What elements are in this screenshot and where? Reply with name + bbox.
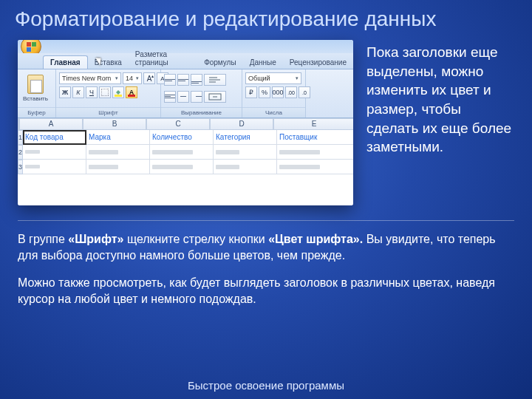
currency-icon: ₽ xyxy=(249,89,253,96)
tab-formulas[interactable]: Формулы xyxy=(197,56,243,69)
currency-button[interactable]: ₽ xyxy=(245,86,257,98)
paste-label: Вставить xyxy=(23,95,48,102)
cell-D3[interactable] xyxy=(214,160,277,174)
body-p1-b: «Шрифт» xyxy=(68,233,123,245)
comma-icon: 000 xyxy=(272,89,283,96)
font-name-combo[interactable]: Times New Rom▾ xyxy=(59,72,121,84)
body-p2: Можно также просмотреть, как будет выгля… xyxy=(18,275,514,308)
cell-A1[interactable]: Код товара xyxy=(23,130,86,145)
col-header-E[interactable]: E xyxy=(273,118,353,130)
grow-font-button[interactable]: A▴ xyxy=(143,72,155,84)
paste-button[interactable]: Вставить xyxy=(21,75,50,102)
col-header-D[interactable]: D xyxy=(210,118,273,130)
cell-B1[interactable]: Марка xyxy=(86,130,150,145)
worksheet[interactable]: A B C D E 1 Код товара Марка Количество … xyxy=(18,118,353,205)
cell-C2[interactable] xyxy=(150,145,214,160)
border-button[interactable] xyxy=(99,86,111,98)
tab-page-layout[interactable]: Разметка страницы xyxy=(129,48,197,69)
comma-button[interactable]: 000 xyxy=(272,86,284,98)
tab-home[interactable]: Главная xyxy=(43,55,88,69)
cell-D2[interactable] xyxy=(214,145,277,160)
row-header-2[interactable]: 2 xyxy=(18,145,23,160)
border-icon xyxy=(101,89,109,96)
percent-button[interactable]: % xyxy=(259,86,270,98)
side-caption: Пока заголовки еще выделены, можно измен… xyxy=(366,40,514,205)
font-size-combo[interactable]: 14▾ xyxy=(123,72,142,84)
increase-decimal-button[interactable]: .00 xyxy=(285,86,297,98)
body-p1-d: «Цвет шрифта». xyxy=(268,233,363,245)
cell-A3[interactable] xyxy=(23,160,86,174)
merge-icon xyxy=(208,93,222,100)
body-text: В группе «Шрифт» щелкните стрелку кнопки… xyxy=(18,220,514,308)
cell-A2[interactable] xyxy=(23,145,86,160)
group-number-label: Числа xyxy=(242,107,305,117)
fill-color-button[interactable] xyxy=(112,86,124,98)
decrease-decimal-button[interactable]: .0 xyxy=(299,86,310,98)
tab-data[interactable]: Данные xyxy=(243,56,283,69)
slide-title: Форматирование и редактирование данных xyxy=(15,7,436,31)
number-format-value: Общий xyxy=(248,75,270,82)
merge-button[interactable] xyxy=(204,91,226,103)
tab-insert[interactable]: Вставка xyxy=(88,56,129,69)
paste-icon xyxy=(27,75,44,94)
group-font-label: Шрифт xyxy=(56,107,160,117)
font-color-button[interactable]: A xyxy=(126,86,137,98)
font-size-value: 14 xyxy=(126,75,133,82)
align-bottom-button[interactable] xyxy=(191,74,202,86)
cell-D1[interactable]: Категория xyxy=(214,130,277,145)
row-header-1[interactable]: 1 xyxy=(18,130,23,145)
cell-B3[interactable] xyxy=(86,160,150,174)
percent-icon: % xyxy=(262,89,267,96)
underline-button[interactable]: Ч xyxy=(86,86,98,98)
align-center-button[interactable] xyxy=(177,91,189,103)
cell-C3[interactable] xyxy=(150,160,214,174)
align-top-button[interactable] xyxy=(164,74,176,86)
number-format-combo[interactable]: Общий▾ xyxy=(245,72,301,84)
svg-rect-0 xyxy=(101,89,109,96)
col-header-B[interactable]: B xyxy=(83,118,146,130)
ribbon: Вставить Буфер обмена Times New Rom▾ 1 xyxy=(18,69,353,118)
cell-B2[interactable] xyxy=(86,145,150,160)
bold-button[interactable]: Ж xyxy=(59,86,71,98)
wrap-icon xyxy=(208,76,222,83)
align-left-button[interactable] xyxy=(164,91,176,103)
col-header-A[interactable]: A xyxy=(19,118,83,130)
cell-E3[interactable] xyxy=(277,160,353,174)
excel-screenshot: Главная Вставка Разметка страницы Формул… xyxy=(18,40,353,205)
body-p1-c: щелкните стрелку кнопки xyxy=(123,233,268,245)
cell-C1[interactable]: Количество xyxy=(150,130,214,145)
slide-footer: Быстрое освоение программы xyxy=(0,379,532,392)
font-name-value: Times New Rom xyxy=(62,75,111,82)
tab-review[interactable]: Рецензирование xyxy=(283,56,353,69)
row-header-3[interactable]: 3 xyxy=(18,160,23,174)
wrap-text-button[interactable] xyxy=(204,74,226,86)
align-middle-button[interactable] xyxy=(177,74,189,86)
group-align-label: Выравнивание xyxy=(161,107,242,117)
cell-E2[interactable] xyxy=(277,145,353,160)
cell-E1[interactable]: Поставщик xyxy=(277,130,353,145)
italic-button[interactable]: К xyxy=(72,86,84,98)
col-header-C[interactable]: C xyxy=(146,118,210,130)
body-p1-a: В группе xyxy=(18,233,68,245)
align-right-button[interactable] xyxy=(191,91,202,103)
group-clipboard-label: Буфер обмена xyxy=(18,107,55,117)
ribbon-tabs: Главная Вставка Разметка страницы Формул… xyxy=(18,53,353,69)
